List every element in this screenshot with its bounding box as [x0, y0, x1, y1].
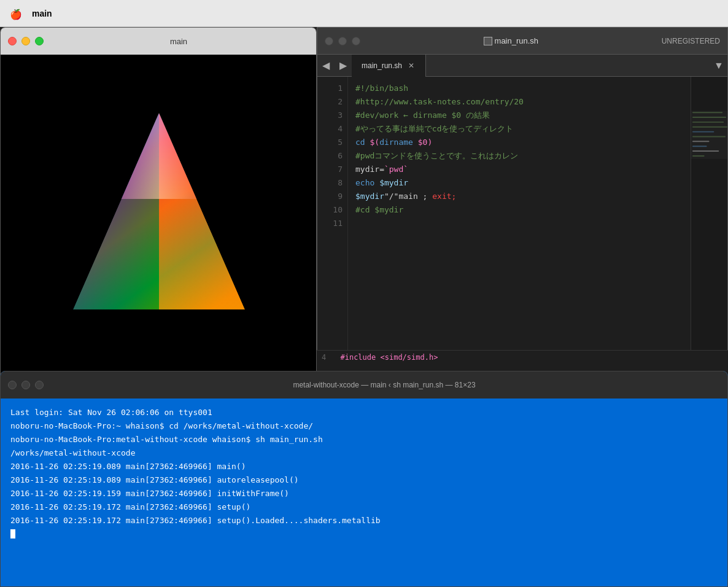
terminal-window: metal-without-xcode — main ‹ sh main_run…: [0, 371, 728, 587]
menubar: 🍎 main: [0, 0, 728, 27]
terminal-body[interactable]: Last login: Sat Nov 26 02:06:06 on ttys0…: [1, 398, 727, 587]
xcode-gl-window: main: [0, 27, 317, 398]
triangle-svg: [24, 76, 294, 377]
term-line-2: noboru-no-MacBook-Pro:~ whaison$ cd /wor…: [10, 419, 718, 433]
term-line-9: 2016-11-26 02:25:19.172 main[27362:46996…: [10, 514, 718, 527]
editor-tabbar: ◀ ▶ main_run.sh ✕ ▼: [317, 55, 727, 77]
editor-file-title: main_run.sh: [365, 36, 657, 45]
preview-code-line: 4 #include <simd/simd.h>: [317, 351, 728, 364]
editor-traffic-lights: [325, 37, 360, 45]
term-line-3: noboru-no-MacBook-Pro:metal-without-xcod…: [10, 433, 718, 446]
line-numbers: 1 2 3 4 5 6 7 8 9 10 11: [317, 77, 348, 376]
opengl-canvas: [1, 55, 317, 398]
xcode-editor-window: main_run.sh UNREGISTERED ◀ ▶ main_run.sh…: [317, 27, 728, 398]
tab-close-button[interactable]: ✕: [407, 61, 416, 70]
code-line-10: #cd $mydir: [355, 203, 683, 217]
code-line-4: #やってる事は単純でcdを使ってディレクト: [355, 122, 683, 136]
unregistered-badge: UNREGISTERED: [662, 37, 720, 45]
term-line-4: /works/metal-without-xcode: [10, 446, 718, 460]
code-editor: 1 2 3 4 5 6 7 8 9 10 11 #!/bin/bash #htt…: [317, 77, 727, 376]
term-line-1: Last login: Sat Nov 26 02:06:06 on ttys0…: [10, 406, 718, 419]
svg-marker-5: [73, 113, 245, 309]
apple-menu[interactable]: 🍎: [10, 9, 20, 18]
fullscreen-button[interactable]: [35, 37, 44, 45]
terminal-cursor: [10, 529, 15, 538]
tab-filename: main_run.sh: [362, 61, 402, 70]
minimap-svg: [691, 77, 727, 376]
window-title: main: [48, 37, 309, 46]
code-line-6: #pwdコマンドを使うことです。これはカレン: [355, 149, 683, 163]
tab-dropdown-button[interactable]: ▼: [710, 57, 727, 74]
term-line-7: 2016-11-26 02:25:19.159 main[27362:46996…: [10, 487, 718, 500]
code-line-7: mydir=`pwd`: [355, 163, 683, 176]
term-prompt-line: [10, 527, 718, 541]
editor-minimize[interactable]: [338, 37, 347, 45]
window-titlebar: main: [1, 28, 316, 55]
code-line-3: #dev/work ← dirname $0 の結果: [355, 109, 683, 122]
file-icon: [484, 37, 492, 45]
editor-filename: main_run.sh: [495, 36, 539, 45]
tab-prev-button[interactable]: ◀: [317, 57, 335, 74]
code-line-5: cd $(dirname $0): [355, 136, 683, 149]
terminal-titlebar: metal-without-xcode — main ‹ sh main_run…: [1, 371, 727, 398]
code-line-8: echo $mydir: [355, 176, 683, 190]
code-line-9: $mydir"/"main ; exit;: [355, 190, 683, 203]
svg-rect-16: [691, 111, 727, 159]
term-fullscreen[interactable]: [35, 381, 44, 389]
close-button[interactable]: [8, 37, 17, 45]
minimize-button[interactable]: [21, 37, 30, 45]
code-content[interactable]: #!/bin/bash #http://www.task-notes.com/e…: [348, 77, 691, 376]
term-line-6: 2016-11-26 02:25:19.089 main[27362:46996…: [10, 473, 718, 487]
terminal-title: metal-without-xcode — main ‹ sh main_run…: [48, 381, 720, 389]
minimap: [691, 77, 727, 376]
editor-fullscreen[interactable]: [352, 37, 360, 45]
menubar-app-title: main: [32, 9, 52, 18]
term-line-5: 2016-11-26 02:25:19.089 main[27362:46996…: [10, 460, 718, 473]
term-minimize[interactable]: [21, 381, 30, 389]
term-close[interactable]: [8, 381, 17, 389]
code-line-2: #http://www.task-notes.com/entry/20: [355, 95, 683, 109]
code-line-1: #!/bin/bash: [355, 82, 683, 95]
editor-close[interactable]: [325, 37, 333, 45]
term-line-8: 2016-11-26 02:25:19.172 main[27362:46996…: [10, 500, 718, 514]
editor-titlebar: main_run.sh UNREGISTERED: [317, 28, 727, 55]
editor-tab-main-run[interactable]: main_run.sh ✕: [352, 55, 426, 77]
tab-next-button[interactable]: ▶: [335, 57, 352, 74]
